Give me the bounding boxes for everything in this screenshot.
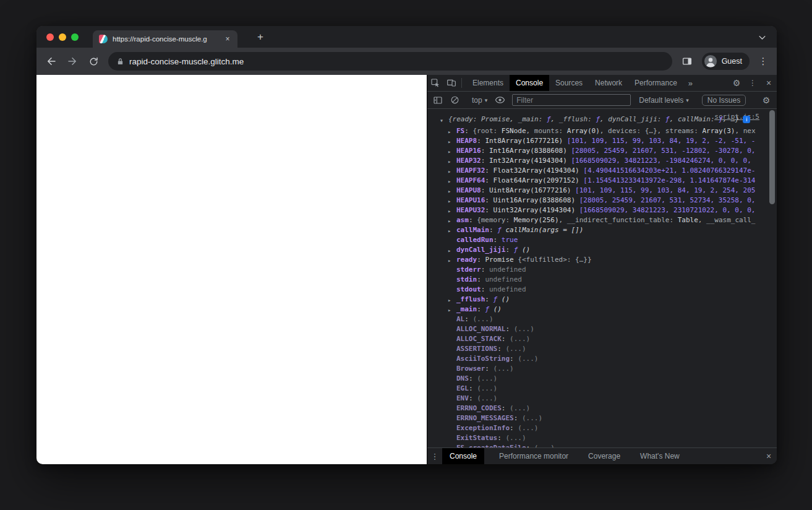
expand-arrow-closed-icon[interactable]: ▸ (448, 226, 455, 235)
console-row[interactable]: ▸HEAPF32: Float32Array(4194304) [4.49044… (427, 166, 777, 176)
console-row[interactable]: ▸HEAPU16: Uint16Array(8388608) [28005, 2… (427, 196, 777, 205)
expand-arrow-closed-icon[interactable]: ▸ (448, 166, 455, 176)
console-row[interactable]: ▸_main: ƒ () (427, 305, 777, 314)
console-sidebar-toggle-icon[interactable] (430, 92, 446, 108)
filter-input[interactable] (512, 94, 631, 106)
devtools-tab-elements[interactable]: Elements (466, 75, 510, 91)
no-issues-chip[interactable]: No Issues (702, 95, 746, 106)
expand-arrow-closed-icon[interactable]: ▸ (448, 256, 455, 265)
forward-button[interactable] (62, 51, 82, 71)
console-row[interactable]: ▸_fflush: ƒ () (427, 295, 777, 305)
console-segment-fnb: callMain(args = []) (505, 226, 583, 234)
devtools-menu-icon[interactable]: ⋮ (745, 75, 761, 91)
new-tab-button[interactable]: + (253, 30, 268, 45)
context-selector[interactable]: top ▾ (468, 96, 491, 105)
chevron-down-icon: ▾ (686, 97, 689, 103)
expand-arrow-closed-icon[interactable]: ▸ (448, 295, 455, 305)
devtools-settings-gear-icon[interactable]: ⚙ (729, 75, 745, 91)
console-row: ENV: (...) (427, 394, 777, 404)
console-row[interactable]: ▸dynCall_jiji: ƒ () (427, 245, 777, 255)
expand-arrow-closed-icon[interactable]: ▸ (448, 216, 455, 225)
console-segment-key: FS (456, 127, 464, 135)
devtools-tab-console[interactable]: Console (510, 75, 549, 91)
back-button[interactable] (41, 51, 61, 71)
log-levels-dropdown[interactable]: Default levels ▾ (635, 96, 693, 105)
drawer-tab-performance-monitor[interactable]: Performance monitor (492, 448, 576, 464)
tab-close-icon[interactable]: × (223, 34, 233, 44)
drawer-close-icon[interactable]: × (761, 448, 777, 464)
console-segment-cls: Float32Array(4194304) (494, 166, 584, 175)
drawer-tab-what-s-new[interactable]: What's New (633, 448, 687, 464)
reload-button[interactable] (83, 51, 103, 71)
console-segment-plain: : (485, 166, 493, 175)
console-segment-plain: : (510, 355, 518, 363)
console-row[interactable]: ▸ready: Promise {<fulfilled>: {…}} (427, 255, 777, 265)
drawer-menu-icon[interactable]: ⋮ (427, 448, 442, 464)
address-bar[interactable]: rapid-concise-muscle.glitch.me (108, 52, 672, 71)
console-segment-dim: (...) (518, 355, 538, 363)
devtools-close-icon[interactable]: × (761, 75, 777, 91)
close-window-button[interactable] (46, 33, 54, 41)
console-segment-key: stderr (456, 266, 481, 274)
console-segment-keydim: FS_createDataFile (456, 444, 526, 447)
console-row[interactable]: ▾{ready: Promise, _main: ƒ, _fflush: ƒ, … (427, 115, 777, 126)
expand-arrow-closed-icon[interactable]: ▸ (448, 186, 455, 196)
console-segment-gray: , __indirect_function_table: (559, 216, 678, 224)
console-segment-dim: (...) (534, 444, 555, 447)
drawer-tab-coverage[interactable]: Coverage (581, 448, 628, 464)
console-segment-cls: Uint32Array(4194304) (494, 206, 579, 214)
maximize-window-button[interactable] (71, 33, 79, 41)
console-row[interactable]: ▸HEAPU8: Uint8Array(16777216) [101, 109,… (427, 186, 777, 196)
more-tabs-chevron-icon[interactable]: » (683, 75, 698, 91)
console-segment-plain: : (502, 335, 510, 343)
profile-button[interactable]: Guest (702, 53, 750, 70)
lock-icon[interactable] (117, 58, 124, 66)
console-segment-cls: Uint8Array(16777216) (489, 186, 575, 194)
device-toolbar-button[interactable] (443, 75, 459, 91)
console-segment-keydim: ExceptionInfo (456, 424, 510, 432)
console-row[interactable]: ▸HEAP16: Int16Array(8388608) [28005, 254… (427, 146, 777, 156)
live-expression-eye-icon[interactable] (492, 92, 508, 108)
console-row[interactable]: ▸HEAPF64: Float64Array(2097152) [1.15454… (427, 176, 777, 186)
console-segment-dim: (...) (477, 374, 497, 382)
expand-arrow-closed-icon[interactable]: ▸ (448, 147, 455, 156)
console-segment-plain: : (477, 275, 485, 283)
console-row[interactable]: ▸HEAPU32: Uint32Array(4194304) [16685090… (427, 205, 777, 215)
expand-arrow-closed-icon[interactable]: ▸ (448, 305, 455, 314)
minimize-window-button[interactable] (59, 33, 66, 41)
expand-arrow-closed-icon[interactable]: ▸ (448, 196, 455, 205)
expand-arrow-closed-icon[interactable]: ▸ (448, 127, 455, 136)
drawer-tab-console[interactable]: Console (442, 448, 484, 464)
console-segment-keydim: Browser (456, 365, 485, 373)
expand-arrow-closed-icon[interactable]: ▸ (448, 176, 455, 186)
expand-arrow-closed-icon[interactable]: ▸ (448, 206, 455, 215)
expand-arrow-open-icon[interactable]: ▾ (440, 116, 447, 126)
console-row[interactable]: ▸asm: {memory: Memory(256), __indirect_f… (427, 215, 777, 225)
console-row[interactable]: ▸FS: {root: FSNode, mounts: Array(0), de… (427, 126, 777, 136)
console-segment-cls: Array(0) (567, 127, 600, 135)
traffic-lights (46, 33, 79, 41)
expand-arrow-closed-icon[interactable]: ▸ (448, 246, 455, 255)
console-settings-gear-icon[interactable]: ⚙ (758, 92, 774, 108)
inspect-element-button[interactable] (427, 75, 443, 91)
console-row[interactable]: ▸HEAP32: Int32Array(4194304) [1668509029… (427, 156, 777, 166)
console-segment-cls: Table (678, 216, 698, 224)
console-segment-plain: : (481, 157, 489, 165)
console-segment-cls: Uint16Array(8388608) (494, 196, 579, 204)
console-row[interactable]: ▸callMain: ƒ callMain(args = []) (427, 225, 777, 235)
devtools-tab-performance[interactable]: Performance (628, 75, 683, 91)
browser-tab[interactable]: https://rapid-concise-muscle.g × (93, 30, 237, 48)
tab-search-chevron-icon[interactable] (757, 32, 767, 42)
expand-arrow-closed-icon[interactable]: ▸ (448, 137, 455, 146)
console-row[interactable]: ▸HEAP8: Int8Array(16777216) [101, 109, 1… (427, 136, 777, 146)
console-row: Browser: (...) (427, 364, 777, 374)
expand-arrow-closed-icon[interactable]: ▸ (448, 157, 455, 166)
scrollbar-thumb[interactable] (769, 110, 775, 204)
browser-menu-icon[interactable]: ⋮ (754, 51, 772, 71)
devtools-tab-network[interactable]: Network (589, 75, 628, 91)
devtools-tabs: ElementsConsoleSourcesNetworkPerformance (466, 75, 683, 91)
side-panel-button[interactable] (677, 51, 697, 71)
devtools-tab-sources[interactable]: Sources (549, 75, 589, 91)
clear-console-icon[interactable] (447, 92, 463, 108)
console-segment-plain: : (485, 176, 493, 184)
